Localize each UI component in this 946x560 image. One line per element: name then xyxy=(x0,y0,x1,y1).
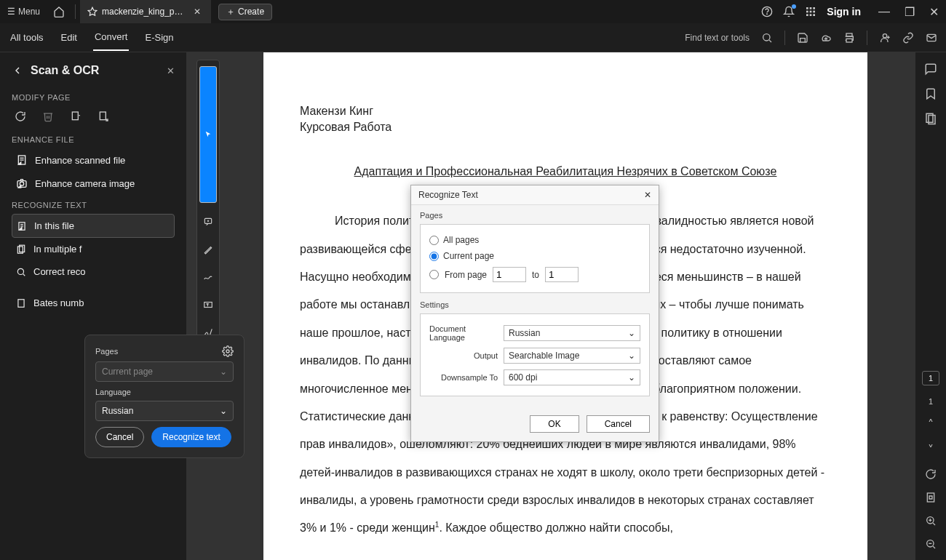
back-icon[interactable] xyxy=(12,65,23,76)
toolbar-all-tools[interactable]: All tools xyxy=(9,25,45,50)
svg-rect-5 xyxy=(814,7,816,9)
apps-icon[interactable] xyxy=(805,6,816,17)
page-total: 1 xyxy=(929,397,933,406)
minimize-icon[interactable]: — xyxy=(878,5,890,19)
help-icon[interactable] xyxy=(761,6,773,17)
mail-icon[interactable] xyxy=(926,32,937,44)
page-down-icon[interactable]: ˅ xyxy=(928,443,934,457)
dialog-settings-label: Settings xyxy=(420,299,650,313)
item-label: Correct reco xyxy=(33,266,86,277)
select-tool-icon[interactable] xyxy=(199,66,217,203)
to-label: to xyxy=(532,270,539,280)
svg-line-40 xyxy=(933,546,935,548)
rotate-view-icon[interactable] xyxy=(925,468,937,480)
recognize-in-this-file[interactable]: In this file xyxy=(12,214,175,238)
dialog-close-icon[interactable]: ✕ xyxy=(644,190,651,200)
output-select[interactable]: Searchable Image⌄ xyxy=(504,348,640,364)
fit-page-icon[interactable] xyxy=(925,492,937,503)
bookmarks-panel-icon[interactable] xyxy=(924,87,937,100)
maximize-icon[interactable]: ❐ xyxy=(905,5,915,19)
plus-icon: ＋ xyxy=(226,6,235,18)
svg-rect-3 xyxy=(806,7,808,9)
bell-icon[interactable] xyxy=(783,6,795,17)
sign-in-button[interactable]: Sign in xyxy=(827,6,861,17)
document-tab[interactable]: mackenzie_king_pdf pa... ✕ xyxy=(80,0,211,23)
bates-numbering[interactable]: Bates numb xyxy=(12,292,175,314)
search-icon[interactable] xyxy=(761,32,773,44)
draw-tool-icon[interactable] xyxy=(199,268,217,286)
radio-current-page[interactable] xyxy=(429,252,439,261)
svg-rect-7 xyxy=(810,11,812,13)
radio-all-pages[interactable] xyxy=(429,236,439,245)
radio-label: Current page xyxy=(443,251,494,261)
textbox-tool-icon[interactable] xyxy=(199,296,217,313)
panel-title: Scan & OCR xyxy=(31,64,159,77)
item-label: Bates numb xyxy=(33,297,84,308)
print-icon[interactable] xyxy=(843,32,855,44)
thumbnails-panel-icon[interactable] xyxy=(924,112,937,125)
file-text-icon xyxy=(17,221,27,231)
radio-label: All pages xyxy=(443,235,479,245)
correct-recognized[interactable]: Correct reco xyxy=(12,260,175,283)
zoom-in-icon[interactable] xyxy=(925,515,937,527)
rotate-icon[interactable] xyxy=(15,111,26,122)
select-value: Searchable Image xyxy=(509,351,579,361)
file-icon xyxy=(16,298,26,308)
comments-panel-icon[interactable] xyxy=(924,63,937,76)
highlight-tool-icon[interactable] xyxy=(199,241,217,258)
radio-from-page[interactable] xyxy=(429,270,439,279)
home-icon[interactable] xyxy=(47,6,71,17)
tab-close-icon[interactable]: ✕ xyxy=(191,7,204,17)
file-scan-icon xyxy=(16,154,28,166)
dialog-cancel-button[interactable]: Cancel xyxy=(587,415,650,433)
svg-marker-0 xyxy=(88,7,97,15)
recognize-quick-popover: Pages Current page ⌄ Language Russian ⌄ … xyxy=(84,335,245,458)
svg-rect-9 xyxy=(806,14,808,16)
gear-icon[interactable] xyxy=(222,345,234,357)
trash-icon[interactable] xyxy=(42,111,54,122)
to-page-input[interactable] xyxy=(545,267,579,282)
item-label: Enhance camera image xyxy=(35,178,135,189)
enhance-camera-image[interactable]: Enhance camera image xyxy=(12,172,175,195)
popover-lang-select[interactable]: Russian ⌄ xyxy=(95,401,234,421)
zoom-out-icon[interactable] xyxy=(925,538,937,550)
create-button[interactable]: ＋ Create xyxy=(218,4,272,20)
from-page-input[interactable] xyxy=(493,267,526,282)
svg-point-31 xyxy=(226,350,229,353)
link-icon[interactable] xyxy=(902,32,914,44)
page-number-input[interactable]: 1 xyxy=(922,371,939,385)
doc-author: Макензи Кинг xyxy=(300,103,831,119)
recognize-multiple-files[interactable]: In multiple f xyxy=(12,238,175,260)
extract-page-icon[interactable] xyxy=(98,111,109,122)
popover-cancel-button[interactable]: Cancel xyxy=(95,427,144,447)
camera-icon xyxy=(16,177,28,189)
toolbar-edit[interactable]: Edit xyxy=(60,25,79,50)
close-window-icon[interactable]: ✕ xyxy=(929,5,939,19)
svg-rect-10 xyxy=(810,14,812,16)
downsample-select[interactable]: 600 dpi⌄ xyxy=(504,369,640,385)
radio-label: From page xyxy=(445,270,487,280)
toolbar-esign[interactable]: E-Sign xyxy=(143,25,175,50)
share-icon[interactable] xyxy=(879,32,891,44)
doc-lang-label: Document Language xyxy=(429,324,498,342)
menu-button[interactable]: ☰ Menu xyxy=(0,7,47,17)
svg-rect-19 xyxy=(100,112,106,120)
popover-pages-select[interactable]: Current page ⌄ xyxy=(95,361,234,382)
svg-rect-28 xyxy=(18,299,24,307)
enhance-scanned-file[interactable]: Enhance scanned file xyxy=(12,148,175,172)
dialog-ok-button[interactable]: OK xyxy=(530,415,579,433)
dialog-title: Recognize Text xyxy=(418,190,478,200)
popover-lang-label: Language xyxy=(95,388,234,396)
page-up-icon[interactable]: ˄ xyxy=(928,417,934,431)
toolbar-convert[interactable]: Convert xyxy=(93,24,130,51)
comment-tool-icon[interactable] xyxy=(199,213,217,231)
panel-close-icon[interactable]: ✕ xyxy=(167,65,175,76)
insert-page-icon[interactable] xyxy=(70,111,82,122)
save-icon[interactable] xyxy=(797,32,808,44)
cloud-icon[interactable] xyxy=(820,32,832,44)
doc-lang-select[interactable]: Russian⌄ xyxy=(504,325,640,341)
popover-recognize-button[interactable]: Recognize text xyxy=(151,427,231,447)
star-icon xyxy=(87,7,98,17)
svg-rect-4 xyxy=(810,7,812,9)
item-label: In multiple f xyxy=(33,244,82,255)
